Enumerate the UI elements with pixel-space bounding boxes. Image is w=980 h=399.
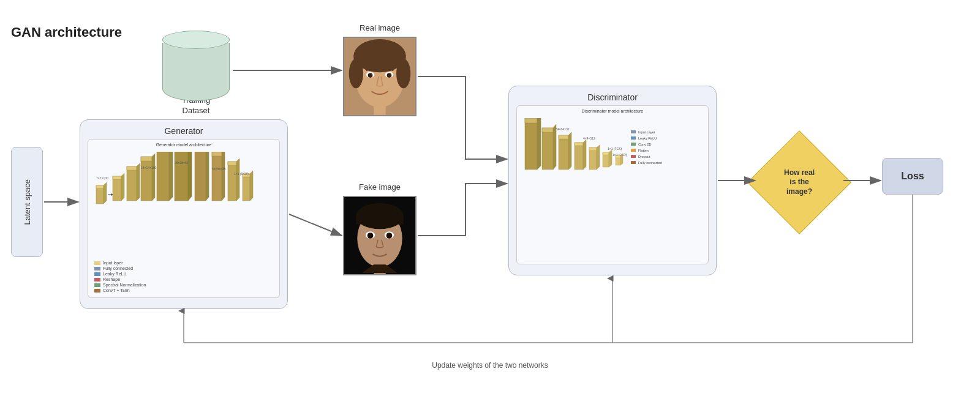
discriminator-title: Discriminator xyxy=(509,92,716,102)
fake-image-box xyxy=(343,196,417,275)
svg-text:56×56×25: 56×56×25 xyxy=(212,167,226,171)
svg-rect-10 xyxy=(374,104,385,114)
svg-rect-30 xyxy=(141,157,152,161)
discriminator-layers: 128×128×3 64×64×32 4×4×512 1×1 (FCS) 1×1… xyxy=(522,118,699,218)
loss-label: Loss xyxy=(901,171,924,182)
svg-marker-58 xyxy=(537,118,541,170)
svg-rect-42 xyxy=(212,152,222,156)
svg-text:28×28×50: 28×28×50 xyxy=(175,161,189,165)
svg-marker-49 xyxy=(250,171,253,201)
svg-rect-65 xyxy=(575,143,583,170)
real-face-image xyxy=(344,38,415,115)
generator-nn-svg: 7×7×100 14×14×100 28×28×50 56×56×25 1×1 … xyxy=(93,152,271,250)
svg-point-7 xyxy=(368,73,373,78)
svg-marker-73 xyxy=(609,150,612,167)
svg-marker-40 xyxy=(206,152,209,201)
svg-text:Leaky ReLU: Leaky ReLU xyxy=(638,136,657,140)
real-image-label: Real image xyxy=(343,23,417,32)
svg-text:Conv 2D: Conv 2D xyxy=(638,143,651,146)
svg-text:1×1 (FCS): 1×1 (FCS) xyxy=(608,147,622,151)
svg-text:7×7×100: 7×7×100 xyxy=(96,176,108,180)
svg-rect-45 xyxy=(228,162,236,165)
svg-text:1×1 (FCR): 1×1 (FCR) xyxy=(612,153,627,157)
svg-marker-61 xyxy=(553,124,556,170)
real-image-box xyxy=(343,37,417,116)
diagram-container: GAN architecture Latent space TrainingDa… xyxy=(0,0,980,399)
svg-rect-56 xyxy=(525,118,537,170)
discriminator-box: Discriminator Discriminator model archit… xyxy=(508,86,717,275)
svg-rect-5 xyxy=(353,54,405,66)
svg-rect-62 xyxy=(559,135,568,170)
svg-rect-35 xyxy=(175,152,188,201)
cylinder-top xyxy=(162,31,230,49)
svg-marker-64 xyxy=(568,132,571,170)
svg-point-18 xyxy=(386,233,393,239)
discriminator-inner: Discriminator model architecture xyxy=(516,105,709,264)
loss-box: Loss xyxy=(882,158,943,195)
svg-text:Dropout: Dropout xyxy=(638,155,650,158)
svg-rect-26 xyxy=(127,166,137,201)
svg-text:Input Layer: Input Layer xyxy=(638,130,655,134)
discriminator-inner-title: Discriminator model architecture xyxy=(517,109,708,113)
svg-rect-47 xyxy=(243,174,250,201)
page-title: GAN architecture xyxy=(11,24,122,40)
legend-item-2: Fully connected xyxy=(94,266,146,270)
generator-inner: Generator model architecture xyxy=(88,139,280,298)
svg-rect-23 xyxy=(113,176,121,201)
svg-rect-27 xyxy=(127,166,137,170)
fake-face-image xyxy=(344,197,415,274)
legend-item-6: ConvT + Tanh xyxy=(94,288,146,293)
svg-rect-86 xyxy=(631,143,636,146)
svg-rect-32 xyxy=(157,152,169,201)
svg-rect-38 xyxy=(195,152,206,201)
generator-box: Generator Generator model architecture xyxy=(80,119,288,309)
generator-legend: Input layer Fully connected Leaky ReLU R… xyxy=(94,261,146,293)
legend-item-5: Spectral Normalization xyxy=(94,283,146,287)
svg-rect-14 xyxy=(356,214,403,224)
svg-marker-31 xyxy=(152,154,155,201)
svg-marker-70 xyxy=(597,145,600,170)
svg-marker-67 xyxy=(583,140,586,170)
latent-space-box: Latent space xyxy=(11,147,43,257)
svg-rect-66 xyxy=(575,143,583,146)
svg-rect-41 xyxy=(212,152,222,201)
legend-item-1: Input layer xyxy=(94,261,146,265)
fake-image-label: Fake image xyxy=(343,182,417,192)
svg-rect-72 xyxy=(603,152,609,155)
svg-point-9 xyxy=(387,73,392,78)
svg-rect-63 xyxy=(559,135,568,139)
cylinder-shape xyxy=(162,31,230,93)
svg-text:128×128×3: 128×128×3 xyxy=(525,118,541,119)
svg-rect-68 xyxy=(589,147,597,170)
update-weights-label: Update weights of the two networks xyxy=(432,361,548,370)
svg-marker-28 xyxy=(137,163,140,201)
svg-rect-84 xyxy=(631,136,636,140)
svg-text:14×14×100: 14×14×100 xyxy=(141,166,157,170)
svg-text:64×64×32: 64×64×32 xyxy=(556,127,570,131)
svg-rect-69 xyxy=(589,147,597,151)
legend-item-4: Reshape xyxy=(94,277,146,282)
svg-point-16 xyxy=(368,233,374,239)
generator-inner-title: Generator model architecture xyxy=(88,143,279,147)
generator-layers: 7×7×100 14×14×100 28×28×50 56×56×25 1×1 … xyxy=(93,152,271,250)
svg-text:1×1 (RGB): 1×1 (RGB) xyxy=(234,172,249,176)
svg-rect-21 xyxy=(96,185,104,188)
svg-text:Flatten: Flatten xyxy=(638,149,649,152)
svg-rect-29 xyxy=(141,157,152,201)
svg-marker-25 xyxy=(121,173,124,201)
svg-marker-43 xyxy=(222,152,225,201)
svg-rect-59 xyxy=(542,128,553,170)
svg-rect-44 xyxy=(228,162,236,201)
svg-rect-24 xyxy=(113,176,121,179)
cylinder-body xyxy=(162,43,230,101)
generator-title: Generator xyxy=(80,126,287,136)
svg-rect-57 xyxy=(525,118,537,123)
svg-text:4×4×512: 4×4×512 xyxy=(583,136,595,140)
question-diamond: How realis theimage? xyxy=(756,140,842,225)
discriminator-nn-svg: 128×128×3 64×64×32 4×4×512 1×1 (FCS) 1×1… xyxy=(522,118,699,216)
legend-item-3: Leaky ReLU xyxy=(94,272,146,276)
training-dataset: TrainingDataset xyxy=(159,31,233,116)
svg-marker-37 xyxy=(188,152,192,201)
svg-marker-22 xyxy=(104,182,107,204)
diamond-text: How realis theimage? xyxy=(784,168,815,197)
